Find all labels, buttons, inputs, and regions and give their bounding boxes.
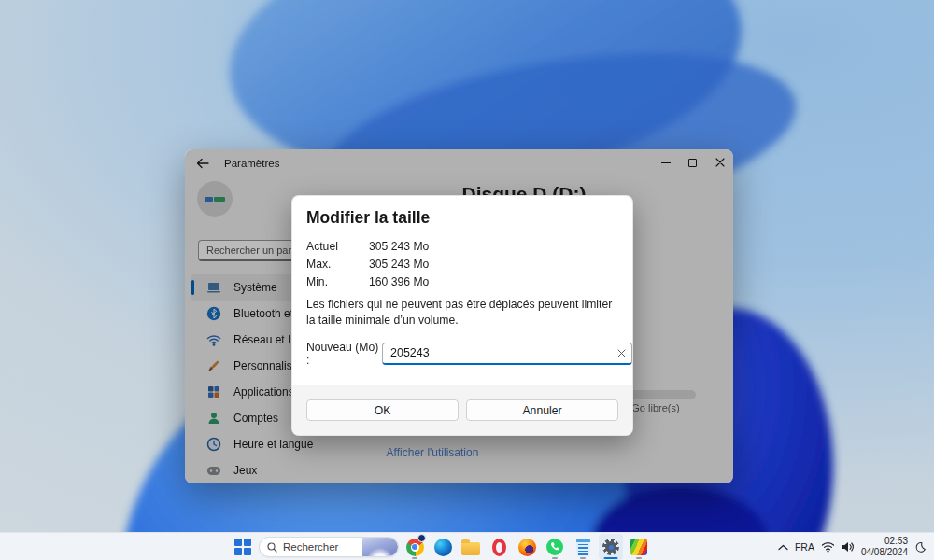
- taskbar-opera-button[interactable]: [487, 534, 511, 560]
- taskbar-edge-button[interactable]: [431, 534, 455, 560]
- taskbar-whatsapp-button[interactable]: [543, 534, 567, 560]
- windows-logo-icon: [234, 539, 251, 555]
- wifi-icon: [821, 541, 835, 553]
- row-value: 160 396 Mo: [369, 275, 429, 288]
- size-info-rows: Actuel 305 243 Mo Max. 305 243 Mo Min. 1…: [306, 237, 618, 290]
- taskbar-notepad-button[interactable]: [571, 534, 595, 560]
- search-highlight-thumbnail: [362, 537, 398, 557]
- tray-date: 04/08/2024: [861, 547, 908, 559]
- dialog-title: Modifier la taille: [306, 208, 618, 228]
- chrome-profile-badge: [417, 534, 426, 542]
- resize-dialog: Modifier la taille Actuel 305 243 Mo Max…: [291, 195, 633, 436]
- active-running-indicator: [604, 557, 618, 560]
- tray-time: 02:53: [861, 536, 908, 548]
- media-app-icon: [630, 539, 647, 555]
- taskbar-media-app-button[interactable]: [627, 534, 651, 560]
- night-mode-tray-icon[interactable]: [914, 541, 927, 553]
- cancel-button[interactable]: Annuler: [466, 399, 618, 421]
- whatsapp-icon: [545, 538, 564, 556]
- new-size-input[interactable]: [382, 343, 632, 365]
- firefox-icon: [518, 539, 536, 556]
- row-max: Max. 305 243 Mo: [306, 255, 618, 273]
- running-indicator: [412, 557, 417, 560]
- search-icon: [267, 542, 277, 553]
- clear-input-button[interactable]: [612, 343, 630, 365]
- taskbar: Rechercher: [0, 532, 934, 560]
- running-indicator: [636, 557, 642, 560]
- taskbar-file-explorer-button[interactable]: [459, 534, 483, 560]
- new-size-label: Nouveau (Mo) :: [306, 341, 382, 367]
- file-explorer-icon: [461, 542, 480, 555]
- language-indicator[interactable]: FRA: [795, 541, 814, 553]
- taskbar-chrome-button[interactable]: [403, 534, 427, 560]
- moon-icon: [914, 541, 927, 553]
- row-label: Min.: [306, 275, 369, 288]
- volume-tray-icon[interactable]: [842, 541, 855, 553]
- taskbar-settings-button[interactable]: [599, 534, 623, 560]
- settings-gear-icon: [602, 539, 619, 555]
- row-value: 305 243 Mo: [369, 258, 429, 271]
- running-indicator: [552, 557, 558, 560]
- row-value: 305 243 Mo: [369, 240, 429, 253]
- tray-overflow-chevron[interactable]: [778, 544, 788, 551]
- row-label: Max.: [306, 258, 369, 271]
- notepad-icon: [576, 539, 590, 556]
- dialog-note: Les fichiers qui ne peuvent pas être dép…: [306, 297, 624, 329]
- ok-button[interactable]: OK: [306, 399, 459, 421]
- start-button[interactable]: [231, 534, 255, 560]
- clear-icon: [617, 349, 626, 357]
- row-actuel: Actuel 305 243 Mo: [306, 237, 618, 255]
- taskbar-search-label: Rechercher: [283, 541, 362, 553]
- wifi-tray-icon[interactable]: [821, 541, 835, 553]
- row-label: Actuel: [306, 240, 369, 253]
- taskbar-search[interactable]: Rechercher: [259, 537, 399, 557]
- row-min: Min. 160 396 Mo: [306, 273, 618, 290]
- running-indicator: [580, 557, 586, 560]
- speaker-icon: [842, 541, 855, 553]
- taskbar-firefox-button[interactable]: [515, 534, 539, 560]
- opera-icon: [492, 539, 506, 556]
- chevron-up-icon: [778, 544, 788, 551]
- clock[interactable]: 02:53 04/08/2024: [861, 536, 908, 559]
- dialog-footer: OK Annuler: [292, 385, 632, 435]
- edge-icon: [434, 539, 452, 556]
